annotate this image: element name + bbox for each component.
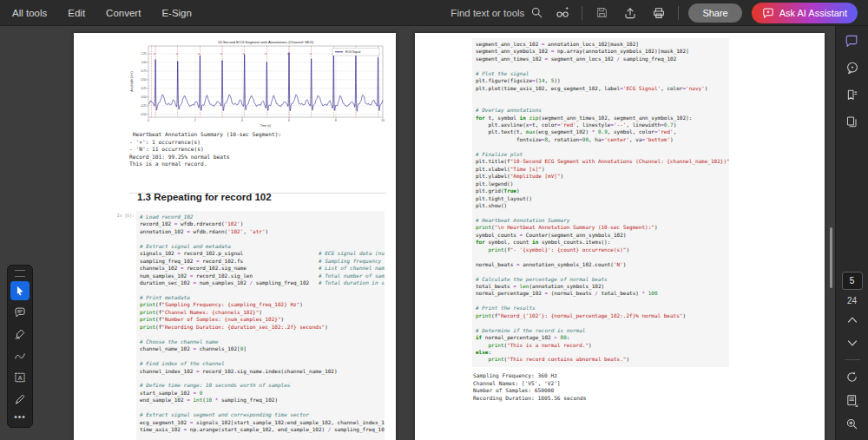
chat-sparkle-icon [762, 7, 774, 19]
menu-edit[interactable]: Edit [68, 8, 85, 18]
toolbar-divider [678, 6, 679, 20]
ai-glasses-button[interactable] [553, 3, 572, 23]
zoom-in-icon [845, 417, 858, 430]
print-icon [652, 6, 666, 20]
bookmarks-panel-button[interactable] [841, 85, 864, 104]
add-text-icon: A [14, 371, 26, 384]
bookmark-icon [845, 89, 858, 102]
search-icon [530, 6, 543, 19]
pdf-page-right: segment_ann_locs_102 = annotation_locs_1… [415, 33, 825, 440]
svg-text:0: 0 [148, 119, 149, 122]
panel-drag-handle[interactable] [15, 270, 25, 277]
cell-output-text: Heartbeat Annotation Summary (10-sec Seg… [129, 131, 281, 168]
thumbnails-icon [845, 115, 858, 128]
comments-panel-button[interactable] [841, 58, 864, 77]
total-pages-label: 24 [847, 296, 857, 305]
comment-icon [14, 306, 26, 319]
code-cell-right: segment_ann_locs_102 = annotation_locs_1… [472, 38, 729, 367]
svg-text:1.00: 1.00 [141, 61, 146, 64]
rotate-page-button[interactable] [841, 367, 864, 386]
toolbar-divider [582, 6, 582, 20]
sign-icon [14, 393, 26, 405]
svg-text:4: 4 [241, 119, 243, 122]
cell-prompt-label: In [6]: [114, 213, 135, 218]
ask-ai-assistant-button[interactable]: Ask AI Assistant [752, 3, 858, 23]
chevron-down-icon [847, 339, 858, 347]
fit-page-button[interactable] [841, 391, 864, 410]
svg-text:ECG Signal: ECG Signal [345, 50, 360, 54]
document-canvas: +NNNNNNNNNNN0246810-0.50-0.250.000.250.5… [0, 26, 836, 440]
svg-text:0.50: 0.50 [141, 78, 146, 82]
select-icon [14, 285, 26, 297]
comment-tool-button[interactable] [10, 303, 30, 322]
svg-text:1.25: 1.25 [141, 52, 146, 56]
ecg-chart: +NNNNNNNNNNN0246810-0.50-0.250.000.250.5… [129, 38, 386, 128]
svg-text:10: 10 [381, 119, 385, 122]
page-number-input[interactable]: 5 [842, 272, 863, 290]
svg-text:2: 2 [194, 119, 196, 122]
select-tool-button[interactable] [10, 281, 30, 300]
upload-icon [623, 6, 637, 20]
svg-text:10-Second ECG Segment with Ann: 10-Second ECG Segment with Annotations (… [218, 40, 314, 44]
find-label: Find text or tools [450, 8, 524, 18]
svg-text:Amplitude (mV): Amplitude (mV) [130, 71, 134, 91]
highlight-icon [14, 328, 26, 340]
draw-tool-button[interactable] [10, 346, 30, 365]
draw-icon [14, 350, 26, 362]
svg-text:6: 6 [288, 119, 290, 122]
share-button[interactable]: Share [688, 3, 741, 23]
chevron-up-icon [847, 316, 858, 324]
find-bar[interactable]: Find text or tools [450, 6, 543, 19]
right-rail: 5 24 [835, 26, 868, 440]
highlight-tool-button[interactable] [10, 325, 30, 344]
ai-assistant-panel-button[interactable] [841, 31, 864, 50]
quick-tools-panel: A ••• [7, 265, 33, 428]
save-button[interactable] [592, 3, 611, 23]
sign-tool-button[interactable] [10, 390, 30, 409]
ask-ai-label: Ask AI Assistant [779, 8, 847, 18]
svg-text:Time (s): Time (s) [260, 124, 271, 128]
svg-text:-0.25: -0.25 [140, 104, 146, 108]
svg-text:0.75: 0.75 [141, 69, 146, 73]
fit-page-icon [845, 394, 858, 407]
svg-text:0.25: 0.25 [141, 87, 146, 90]
upload-button[interactable] [621, 3, 640, 23]
code-cell-left: # Load record_102record_102 = wfdb.rdrec… [136, 211, 385, 440]
comments-icon [845, 61, 859, 75]
svg-text:0.00: 0.00 [141, 95, 146, 99]
menu-esign[interactable]: E-Sign [161, 8, 192, 18]
cell-output-text: Sampling Frequency: 360 HzChannel Names:… [473, 372, 586, 402]
next-page-button[interactable] [841, 333, 864, 352]
section-heading: 1.3 Repeating for record 102 [137, 192, 272, 202]
ai-glasses-icon [556, 5, 570, 20]
menu-bar: All tools Edit Convert E-Sign [12, 8, 192, 18]
share-label: Share [702, 8, 727, 18]
vertical-scrollbar[interactable] [830, 227, 832, 288]
svg-text:8: 8 [335, 119, 337, 122]
svg-text:A: A [18, 375, 23, 381]
menu-convert[interactable]: Convert [106, 8, 141, 18]
nav-divider [845, 359, 860, 360]
ai-assistant-icon [845, 34, 859, 49]
top-toolbar: All tools Edit Convert E-Sign Find text … [0, 0, 868, 26]
pdf-page-left: +NNNNNNNNNNN0246810-0.50-0.250.000.250.5… [74, 33, 396, 440]
more-tools-button[interactable]: ••• [14, 411, 26, 424]
zoom-in-button[interactable] [841, 414, 864, 433]
svg-text:-0.50: -0.50 [140, 113, 146, 116]
save-icon [595, 6, 608, 19]
page-thumbnails-panel-button[interactable] [841, 112, 864, 131]
previous-page-button[interactable] [841, 310, 864, 329]
menu-all-tools[interactable]: All tools [12, 8, 47, 18]
print-button[interactable] [649, 3, 668, 23]
rotate-icon [845, 371, 858, 384]
add-text-tool-button[interactable]: A [10, 368, 30, 387]
